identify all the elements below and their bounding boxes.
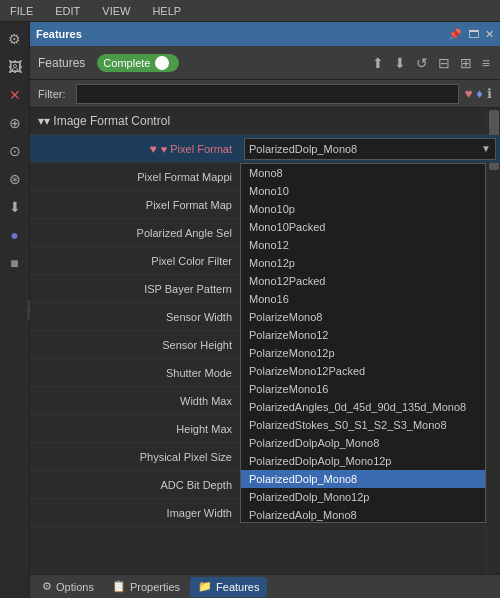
section-title: ▾ Image Format Control (44, 114, 170, 128)
dropdown-item[interactable]: PolarizeMono8 (241, 308, 485, 326)
prop-name: Physical Pixel Size (30, 451, 240, 463)
sidebar-icon-download[interactable]: ⬇ (2, 194, 28, 220)
dropdown-item[interactable]: PolarizedAngles_0d_45d_90d_135d_Mono8 (241, 398, 485, 416)
complete-label: Complete (103, 57, 150, 69)
tab-features-label: Features (216, 581, 259, 593)
tab-options-icon: ⚙ (42, 580, 52, 593)
tab-features[interactable]: 📁 Features (190, 577, 267, 597)
dropdown-item[interactable]: PolarizeMono12p (241, 344, 485, 362)
dropdown-item[interactable]: PolarizeMono12Packed (241, 362, 485, 380)
sidebar-icon-circle[interactable]: ● (2, 222, 28, 248)
pixel-format-row[interactable]: ♥ ♥ Pixel Format PolarizedDolp_Mono8 ▼ M… (30, 135, 500, 163)
dropdown-arrow-icon: ▼ (481, 143, 491, 154)
tab-options-label: Options (56, 581, 94, 593)
prop-name: Pixel Format Mappi (30, 171, 240, 183)
dropdown-item[interactable]: PolarizedStokes_S0_S1_S2_S3_Mono8 (241, 416, 485, 434)
dropdown-item[interactable]: PolarizedDolpAolp_Mono8 (241, 434, 485, 452)
tab-features-icon: 📁 (198, 580, 212, 593)
vertical-scrollbar[interactable] (486, 108, 500, 574)
sidebar-icon-search[interactable]: ⊙ (2, 138, 28, 164)
dropdown-item[interactable]: PolarizeMono16 (241, 380, 485, 398)
dropdown-item[interactable]: Mono10Packed (241, 218, 485, 236)
filter-input[interactable] (76, 84, 459, 104)
prop-name: ADC Bit Depth (30, 479, 240, 491)
dropdown-item[interactable]: Mono12Packed (241, 272, 485, 290)
tab-properties-label: Properties (130, 581, 180, 593)
bottom-tabs: ⚙ Options 📋 Properties 📁 Features (30, 574, 500, 598)
pin-icon[interactable]: 📌 (448, 28, 462, 41)
dropdown-item[interactable]: PolarizedAolp_Mono8 (241, 506, 485, 523)
sidebar: ⚙ 🖼 ✕ ⊕ ⊙ ⊛ ⬇ ● ■ ◀ (0, 22, 30, 598)
prop-name: Pixel Color Filter (30, 255, 240, 267)
prop-name: Sensor Width (30, 311, 240, 323)
prop-name: Width Max (30, 395, 240, 407)
features-label: Features (38, 56, 85, 70)
toolbar-minus-icon[interactable]: ⊟ (436, 53, 452, 73)
toolbar-icons: ⬆ ⬇ ↺ ⊟ ⊞ ≡ (370, 53, 492, 73)
sidebar-icon-settings[interactable]: ⚙ (2, 26, 28, 52)
features-toolbar: Features Complete ⬆ ⬇ ↺ ⊟ ⊞ ≡ (30, 46, 500, 80)
dropdown-item[interactable]: Mono12 (241, 236, 485, 254)
menu-bar: FILE EDIT VIEW HELP (0, 0, 500, 22)
sidebar-icon-tools[interactable]: ⊛ (2, 166, 28, 192)
heart-icon: ♥ (150, 142, 157, 156)
toolbar-menu-icon[interactable]: ≡ (480, 53, 492, 73)
filter-diamond-icon[interactable]: ♦ (476, 86, 483, 101)
prop-name: Polarized Angle Sel (30, 227, 240, 239)
dropdown-item[interactable]: Mono16 (241, 290, 485, 308)
menu-help[interactable]: HELP (148, 3, 185, 19)
pixel-format-label: ♥ ♥ Pixel Format (30, 142, 240, 156)
dropdown-item[interactable]: Mono12p (241, 254, 485, 272)
tab-options[interactable]: ⚙ Options (34, 577, 102, 597)
filter-info-icon[interactable]: ℹ (487, 86, 492, 101)
menu-file[interactable]: FILE (6, 3, 37, 19)
dropdown-item[interactable]: PolarizedDolp_Mono8 (241, 470, 485, 488)
pixel-format-value: PolarizedDolp_Mono8 (249, 143, 357, 155)
toolbar-download-icon[interactable]: ⬇ (392, 53, 408, 73)
title-controls: 📌 🗖 ✕ (448, 28, 494, 41)
title-text: Features (36, 28, 82, 40)
prop-name: Pixel Format Map (30, 199, 240, 211)
section-header[interactable]: ▾ ▾ Image Format Control (30, 108, 500, 135)
prop-name: ISP Bayer Pattern (30, 283, 240, 295)
menu-edit[interactable]: EDIT (51, 3, 84, 19)
prop-name: Height Max (30, 423, 240, 435)
complete-toggle[interactable]: Complete (97, 54, 179, 72)
dropdown-item[interactable]: PolarizedDolp_Mono12p (241, 488, 485, 506)
dropdown-item[interactable]: Mono10p (241, 200, 485, 218)
dropdown-item[interactable]: Mono8 (241, 164, 485, 182)
main-panel: Features 📌 🗖 ✕ Features Complete ⬆ ⬇ ↺ ⊟… (30, 22, 500, 598)
toolbar-refresh-icon[interactable]: ↺ (414, 53, 430, 73)
filter-icons: ♥ ♦ ℹ (465, 86, 492, 101)
filter-heart-icon[interactable]: ♥ (465, 86, 473, 101)
pixel-format-dropdown[interactable]: PolarizedDolp_Mono8 ▼ (244, 138, 496, 160)
sidebar-icon-zoom[interactable]: ⊕ (2, 110, 28, 136)
sidebar-icon-stop[interactable]: ■ (2, 250, 28, 276)
unpin-icon[interactable]: 🗖 (468, 28, 479, 40)
content-area: ▾ ▾ Image Format Control ♥ ♥ Pixel Forma… (30, 108, 500, 574)
toggle-circle (155, 56, 169, 70)
tab-properties[interactable]: 📋 Properties (104, 577, 188, 597)
tab-properties-icon: 📋 (112, 580, 126, 593)
title-bar: Features 📌 🗖 ✕ (30, 22, 500, 46)
dropdown-item[interactable]: PolarizedDolpAolp_Mono12p (241, 452, 485, 470)
toolbar-plus-icon[interactable]: ⊞ (458, 53, 474, 73)
prop-name: Sensor Height (30, 339, 240, 351)
prop-name: Imager Width (30, 507, 240, 519)
pixel-format-dropdown-list[interactable]: Mono8Mono10Mono10pMono10PackedMono12Mono… (240, 163, 486, 523)
dropdown-item[interactable]: PolarizeMono12 (241, 326, 485, 344)
dropdown-item[interactable]: Mono10 (241, 182, 485, 200)
prop-name: Shutter Mode (30, 367, 240, 379)
close-icon[interactable]: ✕ (485, 28, 494, 41)
menu-view[interactable]: VIEW (98, 3, 134, 19)
toolbar-upload-icon[interactable]: ⬆ (370, 53, 386, 73)
filter-label: Filter: (38, 88, 70, 100)
filter-row: Filter: ♥ ♦ ℹ (30, 80, 500, 108)
sidebar-icon-camera[interactable]: 🖼 (2, 54, 28, 80)
sidebar-icon-target[interactable]: ✕ (2, 82, 28, 108)
